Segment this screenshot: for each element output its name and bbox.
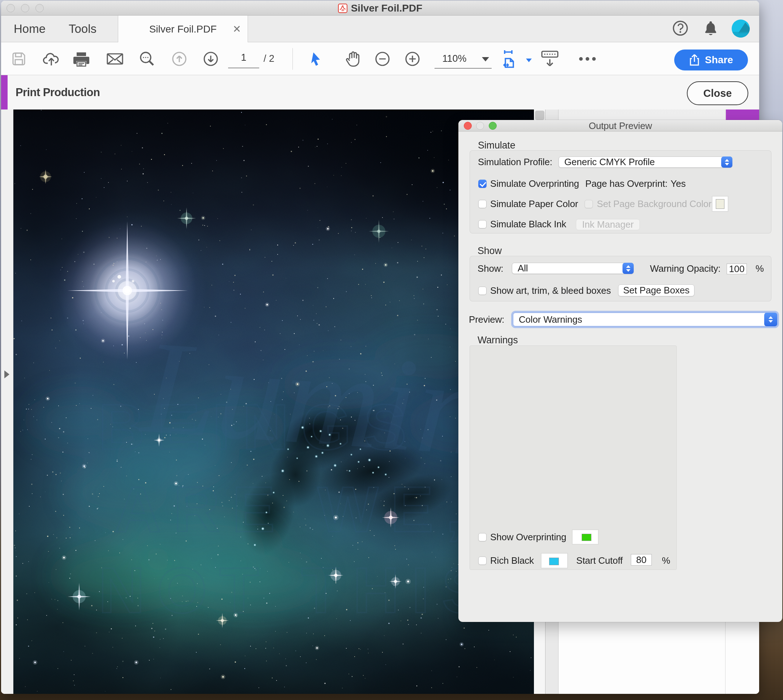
svg-text:NOT THIS: NOT THIS	[99, 554, 497, 626]
svg-text:ARE WE,: ARE WE,	[115, 473, 476, 545]
svg-text:BEINGS: BEINGS	[99, 391, 419, 463]
svg-text:PDF: PDF	[341, 9, 344, 11]
